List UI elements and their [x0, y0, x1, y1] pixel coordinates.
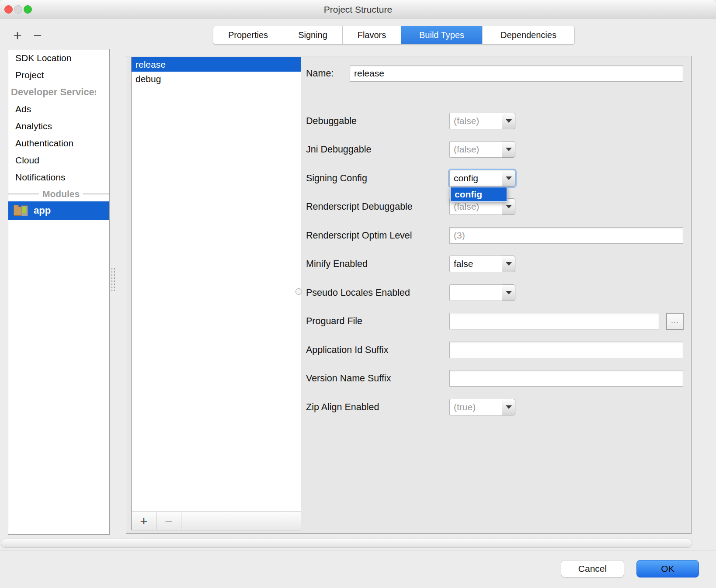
sidebar-item-ads[interactable]: Ads	[8, 100, 109, 118]
tab-dependencies[interactable]: Dependencies	[483, 26, 574, 44]
tab-signing[interactable]: Signing	[283, 26, 343, 44]
dropdown-option-config[interactable]: config	[451, 187, 507, 201]
chevron-down-icon	[506, 262, 512, 266]
chevron-down-icon	[506, 119, 512, 123]
chevron-down-icon	[506, 291, 512, 294]
pseudo-locales-enabled-dropdown-button[interactable]	[502, 284, 515, 301]
sidebar-item-project[interactable]: Project	[8, 66, 109, 83]
form-label-signing-config: Signing Config	[306, 170, 367, 187]
name-input[interactable]	[350, 65, 683, 82]
minify-enabled-dropdown[interactable]: false	[449, 256, 515, 272]
zip-align-enabled-dropdown-button[interactable]	[502, 399, 515, 415]
form-label-jni-debuggable: Jni Debuggable	[306, 141, 371, 158]
jni-debuggable-dropdown-button[interactable]	[502, 141, 515, 158]
module-label: app	[34, 205, 51, 216]
chevron-down-icon	[506, 176, 512, 180]
debuggable-dropdown[interactable]: (false)	[449, 113, 515, 129]
form-label-debuggable: Debuggable	[306, 113, 357, 129]
splitter-collapse-handle[interactable]	[295, 288, 302, 295]
form-label-zip-align-enabled: Zip Align Enabled	[306, 399, 379, 415]
sidebar-item-authentication[interactable]: Authentication	[8, 135, 109, 152]
ok-button[interactable]: OK	[636, 560, 699, 578]
sidebar-item-sdk-location[interactable]: SDK Location	[8, 49, 109, 66]
form-label-minify-enabled: Minify Enabled	[306, 256, 368, 272]
cancel-button[interactable]: Cancel	[561, 560, 624, 578]
sidebar-section-developer-services: Developer Services	[8, 83, 96, 100]
form-label-proguard-file: Proguard File	[306, 313, 362, 329]
form-label-pseudo-locales-enabled: Pseudo Locales Enabled	[306, 284, 410, 301]
application-id-suffix-input[interactable]	[449, 342, 683, 358]
build-types-list: releasedebug + −	[131, 57, 301, 530]
titlebar: Project Structure	[0, 0, 716, 19]
sidebar-item-notifications[interactable]: Notifications	[8, 169, 109, 186]
form-label-renderscript-optim-level: Renderscript Optim Level	[306, 227, 412, 244]
minify-enabled-dropdown-button[interactable]	[502, 256, 515, 272]
renderscript-optim-level-input[interactable]	[449, 227, 683, 244]
jni-debuggable-dropdown-value: (false)	[449, 141, 502, 158]
tab-bar: PropertiesSigningFlavorsBuild TypesDepen…	[213, 26, 575, 45]
sidebar-remove-button[interactable]: −	[33, 28, 42, 43]
sidebar-add-button[interactable]: +	[13, 28, 22, 43]
chevron-down-icon	[506, 205, 512, 208]
chevron-down-icon	[506, 148, 512, 151]
tab-build-types[interactable]: Build Types	[401, 26, 483, 44]
minify-enabled-dropdown-value: false	[449, 256, 502, 272]
build-types-toolbar: + −	[132, 512, 301, 530]
chevron-down-icon	[506, 405, 512, 409]
pseudo-locales-enabled-dropdown-value	[449, 284, 502, 301]
list-item-release[interactable]: release	[132, 57, 301, 72]
form-label-version-name-suffix: Version Name Suffix	[306, 370, 391, 387]
form-label-renderscript-debuggable: Renderscript Debuggable	[306, 198, 413, 215]
build-type-add-button[interactable]: +	[132, 512, 156, 530]
signing-config-dropdown[interactable]: config	[449, 170, 515, 187]
debuggable-dropdown-value: (false)	[449, 113, 502, 129]
window-title: Project Structure	[0, 0, 716, 19]
debuggable-dropdown-button[interactable]	[502, 113, 515, 129]
android-module-icon	[14, 204, 29, 217]
zip-align-enabled-dropdown-value: (true)	[449, 399, 502, 415]
modules-separator: Modules	[8, 188, 109, 200]
zip-align-enabled-dropdown[interactable]: (true)	[449, 399, 515, 415]
jni-debuggable-dropdown[interactable]: (false)	[449, 141, 515, 158]
dropdown-popup: config	[450, 187, 507, 202]
sidebar-item-cloud[interactable]: Cloud	[8, 152, 109, 169]
sidebar-panel: SDK LocationProjectDeveloper ServicesAds…	[8, 49, 110, 535]
proguard-file-input[interactable]	[449, 313, 659, 329]
sidebar-item-app[interactable]: app	[8, 201, 109, 220]
bottom-resize-bar	[1, 539, 692, 548]
modules-separator-label: Modules	[42, 189, 80, 199]
build-type-remove-button[interactable]: −	[156, 512, 181, 530]
pseudo-locales-enabled-dropdown[interactable]	[449, 284, 515, 301]
proguard-file-browse-button[interactable]: ...	[666, 313, 684, 330]
list-item-debug[interactable]: debug	[132, 72, 301, 86]
form-label-application-id-suffix: Application Id Suffix	[306, 342, 388, 358]
form-label-name: Name:	[306, 65, 334, 82]
build-types-toolbar-spacer	[181, 512, 301, 530]
version-name-suffix-input[interactable]	[449, 370, 683, 387]
sidebar-item-analytics[interactable]: Analytics	[8, 118, 109, 135]
tab-flavors[interactable]: Flavors	[343, 26, 401, 44]
signing-config-dropdown-button[interactable]	[502, 170, 515, 187]
tab-properties[interactable]: Properties	[213, 26, 283, 44]
signing-config-dropdown-value: config	[449, 170, 502, 187]
footer-divider	[0, 550, 716, 550]
sidebar-splitter-grip[interactable]	[111, 267, 116, 292]
device-screen-shape	[22, 207, 26, 213]
